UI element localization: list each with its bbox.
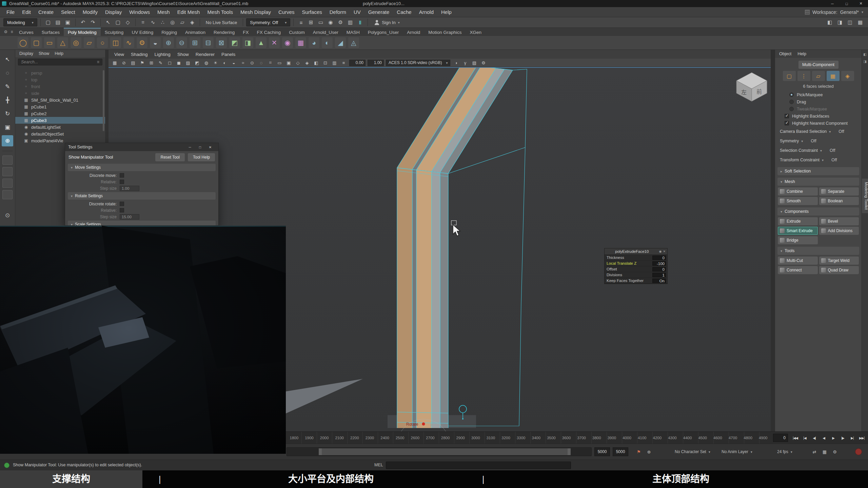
wireframe-on-shaded-icon[interactable]: ◩ (193, 59, 201, 66)
poly-helix-icon[interactable]: ∿ (123, 37, 134, 48)
shelf-tab[interactable]: XGen (466, 28, 486, 36)
select-camera-icon[interactable]: ▦ (111, 59, 119, 66)
toolkit-button[interactable]: Boolean (819, 197, 859, 205)
rotate-settings-header[interactable]: ▾ Rotate Settings (68, 192, 216, 200)
smooth-shade-icon[interactable]: ◼ (175, 59, 183, 66)
safe-title-icon[interactable]: ◧ (312, 59, 320, 66)
select-component-icon[interactable]: ◇ (123, 18, 132, 27)
current-frame-field[interactable]: 0 (773, 434, 788, 442)
viewport-menu-item[interactable]: Renderer (193, 50, 218, 59)
soft-selection-header[interactable]: ▸ Soft Selection (777, 167, 859, 175)
select-hierarchy-icon[interactable]: ↖ (104, 18, 113, 27)
ts-maximize-button[interactable]: □ (195, 143, 205, 151)
boolean-union-icon[interactable]: ⊕ (163, 37, 174, 48)
frame-all-icon[interactable]: ⊡ (321, 59, 330, 66)
toolkit-button[interactable]: Bevel (819, 217, 859, 225)
poly-sphere-icon[interactable]: ◯ (18, 37, 28, 48)
menu-item[interactable]: UV (350, 7, 364, 17)
snap-point-icon[interactable]: ∴ (158, 18, 167, 27)
components-section-header[interactable]: ▾ Components (777, 207, 859, 216)
bookmark-icon[interactable]: ⚑ (138, 59, 146, 66)
fps-selector[interactable]: 24 fps ▾ (777, 449, 792, 454)
layout-single-pane-icon[interactable] (2, 156, 13, 165)
menu-item[interactable]: Modify (79, 7, 101, 17)
poly-cone-icon[interactable]: △ (57, 37, 68, 48)
shelf-tab[interactable]: Custom (285, 28, 309, 36)
bookmark-flag-icon[interactable]: ▸⚑ (635, 448, 643, 455)
add-bookmark-icon[interactable]: ⊕ (645, 448, 653, 455)
toolkit-button[interactable]: Add Divisions (819, 227, 859, 235)
poly-torus-icon[interactable]: ◎ (71, 37, 81, 48)
timeline-ruler[interactable]: 1800190020002100220023002400250026002700… (287, 432, 771, 444)
separate-icon[interactable]: ⊟ (203, 37, 214, 48)
outliner-menu-item[interactable]: Show (39, 51, 49, 56)
shelf-gear-icon[interactable]: ⚙ (3, 29, 9, 34)
menu-item[interactable]: Help (437, 7, 455, 17)
sculpt-tool-icon[interactable]: ◒ (150, 37, 161, 48)
auto-key-button[interactable] (855, 448, 862, 455)
shelf-tab[interactable]: Rendering (210, 28, 239, 36)
shelf-tab[interactable]: UV Editing (127, 28, 157, 36)
shelf-tab[interactable]: Curves (15, 28, 38, 36)
range-slider-track[interactable] (287, 447, 592, 456)
poly-gear-icon[interactable]: ⚙ (137, 37, 147, 48)
play-forwards-button[interactable]: ▶ (829, 433, 838, 443)
outliner-menu-item[interactable]: Help (55, 51, 63, 56)
shelf-tab[interactable]: Poly Modeling (64, 28, 101, 36)
grease-pencil-icon[interactable]: ✎ (156, 59, 165, 66)
hud-value-field[interactable]: 1 (652, 273, 666, 277)
undo-icon[interactable]: ↶ (79, 18, 87, 27)
menu-item[interactable]: Mesh (154, 7, 174, 17)
toolkit-button[interactable]: Combine (778, 187, 818, 196)
xray-icon[interactable]: ◌ (257, 59, 265, 66)
multi-component-button[interactable]: Multi-Component (798, 61, 839, 69)
poly-disc-icon[interactable]: ○ (97, 37, 108, 48)
toolkit-button[interactable]: Quad Draw (819, 266, 859, 274)
menu-item[interactable]: Generate (364, 7, 393, 17)
modeling-toolkit-tab[interactable]: Modeling Toolkit (862, 179, 868, 213)
make-live-icon[interactable]: ◈ (188, 18, 197, 27)
mirror-icon[interactable]: ◐ (322, 37, 333, 48)
hud-value-field[interactable]: -100 (652, 261, 666, 266)
rotate-step-size-field[interactable]: 15.00 (120, 214, 139, 220)
maximize-button[interactable]: □ (840, 0, 854, 7)
extrude-icon[interactable]: ▲ (256, 37, 267, 48)
hud-value-field[interactable]: On (652, 279, 666, 283)
outliner-item[interactable]: ⌖ persp (15, 69, 105, 76)
menu-set-selector[interactable]: Modeling ▾ (3, 18, 37, 26)
gamma-field[interactable]: 1.00 (368, 60, 384, 66)
poly-pipe-icon[interactable]: ◫ (110, 37, 121, 48)
outliner-search-input[interactable]: Search... ≡ (18, 59, 102, 65)
toolkit-dropdown[interactable]: Symmetry ▾ Off (775, 136, 862, 146)
step-forward-frame-button[interactable]: ▶| (848, 433, 857, 443)
grid-toggle-icon[interactable]: ▥ (330, 59, 339, 66)
toolkit-dropdown[interactable]: Transform Constraint ▾ Off (775, 155, 862, 165)
vertex-mode-icon[interactable]: ⋮ (797, 71, 810, 81)
display-layers-icon[interactable]: ▥ (346, 18, 355, 27)
move-tool-icon[interactable]: ╋ (2, 95, 13, 106)
paint-select-tool-icon[interactable]: ✎ (2, 81, 13, 92)
layout-four-pane-icon[interactable] (2, 167, 13, 176)
layout-two-pane-stacked-icon[interactable] (2, 190, 13, 199)
menu-item[interactable]: Cache (393, 7, 415, 17)
menu-item[interactable]: Mesh Display (237, 7, 275, 17)
outliner-menu-item[interactable]: Display (19, 51, 33, 56)
menu-item[interactable]: Select (57, 7, 79, 17)
outliner-item[interactable]: ⌖ top (15, 76, 105, 83)
snap-projected-center-icon[interactable]: ◎ (168, 18, 177, 27)
menu-item[interactable]: Display (101, 7, 125, 17)
strip-panel-left-icon[interactable]: ◧ (863, 52, 868, 57)
view-cube[interactable]: 左 前 (736, 73, 767, 101)
menu-item[interactable]: Edit (18, 7, 35, 17)
scale-settings-header[interactable]: ▾ Scale Settings (68, 221, 216, 226)
view-transform-selector[interactable]: ACES 1.0 SDR-video (sRGB) ▾ (386, 60, 450, 66)
combine-icon[interactable]: ⊞ (190, 37, 200, 48)
viewport-menu-item[interactable]: Show (174, 50, 192, 59)
character-set-selector[interactable]: No Character Set ▾ (675, 449, 710, 454)
playback-end-field[interactable]: 5000 (613, 447, 628, 456)
shelf-tab[interactable]: Arnold_User (309, 28, 342, 36)
object-mode-icon[interactable]: ▢ (783, 71, 796, 81)
channel-box-toggle-icon[interactable]: ◫ (846, 18, 854, 27)
render-view-icon[interactable]: ▭ (316, 18, 325, 27)
select-tool-icon[interactable]: ↖ (2, 54, 13, 65)
